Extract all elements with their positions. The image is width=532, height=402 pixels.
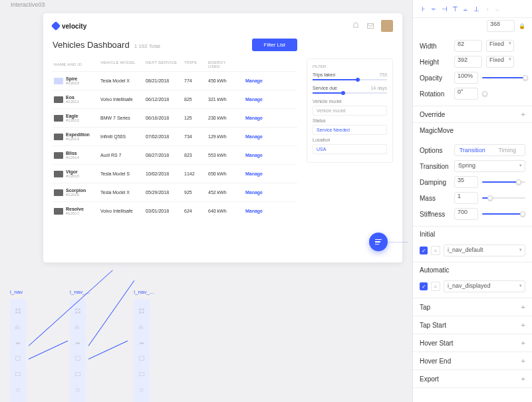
vehicle-thumb	[54, 171, 63, 177]
th-model[interactable]: VEHICLE MODEL	[99, 60, 144, 68]
initial-select[interactable]: i_nav_default	[444, 245, 525, 256]
transition-select[interactable]: Spring	[454, 160, 525, 172]
event-label: Export	[420, 375, 439, 383]
table-row[interactable]: Resolve#12017 Volvo Intellisafe 03/01/20…	[53, 201, 297, 220]
override-section[interactable]: Override +	[413, 106, 532, 123]
th-name[interactable]: NAME AND ID	[53, 60, 99, 68]
table-row[interactable]: Bliss#12014 Audi RS 7 08/27/2018 823 553…	[53, 146, 297, 164]
damping-input[interactable]: 35	[454, 176, 478, 188]
lock-icon[interactable]: 🔒	[519, 23, 525, 29]
mini-nav-state[interactable]	[134, 299, 150, 402]
align-center-v-icon[interactable]: ⫠	[461, 4, 470, 13]
trips-count: 734	[183, 134, 207, 139]
stiffness-slider[interactable]	[482, 213, 525, 215]
align-top-icon[interactable]: ⊤	[450, 4, 460, 13]
filter-status-select[interactable]: Service Needed	[313, 125, 387, 135]
stiffness-input[interactable]: 700	[454, 208, 478, 220]
mail-icon	[74, 371, 81, 377]
plus-icon[interactable]: +	[521, 110, 525, 118]
table-row[interactable]: Scorpion#12016 Tesla Model X 05/29/2018 …	[53, 183, 297, 201]
mini-nav-state[interactable]	[10, 299, 26, 402]
plus-icon[interactable]: +	[521, 357, 525, 365]
align-right-icon[interactable]: ⊣	[440, 4, 449, 13]
automatic-select[interactable]: i_nav_displayed	[444, 280, 525, 292]
manage-link[interactable]: Manage	[245, 78, 263, 83]
table-row[interactable]: Eagle#12012 BMW 7 Series 06/16/2018 125 …	[53, 108, 297, 127]
height-input[interactable]: 392	[454, 56, 482, 68]
filter-location-select[interactable]: USA	[313, 144, 387, 154]
rotation-input[interactable]: 0°	[454, 88, 478, 100]
y-input[interactable]: 368	[487, 20, 515, 32]
mass-slider[interactable]	[482, 197, 525, 199]
automatic-checkbox[interactable]: ✓	[420, 282, 428, 290]
automatic-swatch[interactable]: =	[431, 282, 440, 291]
plus-icon[interactable]: +	[521, 321, 525, 329]
vehicle-name: Scorpion	[66, 188, 86, 193]
settings-icon	[74, 387, 81, 393]
rotation-slider[interactable]	[482, 93, 525, 94]
energy-used: 553 kWh	[207, 153, 239, 157]
option-timing[interactable]: Timing	[490, 145, 525, 155]
damping-slider[interactable]	[482, 181, 525, 183]
canvas[interactable]: Interactive03 velocity Vehicles Dashboar…	[0, 0, 412, 402]
filter-model-input[interactable]: Vehicle model	[313, 106, 387, 116]
magicmove-header: MagicMove	[413, 123, 532, 138]
svg-rect-19	[75, 312, 77, 314]
opacity-input[interactable]: 100%	[454, 72, 478, 84]
mass-input[interactable]: 1	[454, 192, 478, 204]
event-row[interactable]: Export+	[413, 370, 532, 388]
width-input[interactable]: 82	[454, 40, 482, 52]
align-bottom-icon[interactable]: ⊥	[471, 4, 481, 13]
table-row[interactable]: Spire#12010 Tesla Model X 08/21/2018 774…	[53, 71, 297, 90]
event-row[interactable]: Hover Start+	[413, 334, 532, 352]
manage-link[interactable]: Manage	[245, 97, 263, 102]
th-energy[interactable]: ENERGY USED	[207, 60, 239, 68]
plus-icon[interactable]: +	[521, 375, 525, 383]
table-row[interactable]: Expedition#12013 Infiniti Q50S 07/02/201…	[53, 127, 297, 146]
plus-icon[interactable]: +	[521, 303, 525, 311]
mini-nav-state[interactable]	[70, 299, 86, 402]
fab-button[interactable]	[369, 233, 388, 251]
service-slider[interactable]	[313, 92, 387, 94]
mini-nav-states: i_nav i_nav_... i_nav_...	[10, 289, 154, 402]
manage-link[interactable]: Manage	[245, 153, 263, 157]
manage-link[interactable]: Manage	[245, 134, 263, 139]
svg-rect-31	[140, 373, 145, 376]
artboard-dashboard[interactable]: velocity Vehicles Dashboard 1 192 Total …	[43, 13, 402, 262]
event-row[interactable]: Tap+	[413, 298, 532, 316]
table-row[interactable]: Vigor#12015 Tesla Model S 10/02/2018 114…	[53, 164, 297, 183]
align-left-icon[interactable]: ⊦	[418, 4, 428, 13]
manage-link[interactable]: Manage	[245, 116, 263, 120]
filter-list-button[interactable]: Filter List	[252, 39, 297, 51]
trips-slider[interactable]	[313, 79, 387, 80]
width-mode-select[interactable]: Fixed	[486, 40, 514, 52]
height-mode-select[interactable]: Fixed	[486, 56, 514, 68]
svg-rect-14	[16, 356, 21, 360]
opacity-slider[interactable]	[482, 77, 525, 78]
mini-nav-label[interactable]: i_nav_...	[134, 289, 154, 295]
next-service: 06/12/2018	[144, 97, 183, 102]
avatar[interactable]	[381, 20, 393, 32]
th-next[interactable]: NEXT SERVICE	[144, 60, 183, 68]
option-transition[interactable]: Transition	[455, 145, 490, 155]
event-row[interactable]: Tap Start+	[413, 316, 532, 334]
bell-icon[interactable]	[352, 22, 360, 30]
th-trips[interactable]: TRIPS	[183, 60, 207, 68]
mini-nav-label[interactable]: i_nav	[10, 289, 26, 295]
event-row[interactable]: Hover End+	[413, 352, 532, 370]
mail-icon[interactable]	[366, 22, 374, 30]
manage-link[interactable]: Manage	[245, 209, 263, 213]
table-row[interactable]: Eos#12011 Volvo Intellisafe 06/12/2018 8…	[53, 90, 297, 108]
event-label: Tap Start	[420, 322, 446, 329]
vehicle-model: Tesla Model S	[99, 171, 144, 176]
initial-checkbox[interactable]: ✓	[420, 247, 428, 254]
align-center-h-icon[interactable]: ⫟	[429, 4, 438, 13]
vehicle-id: #12017	[66, 211, 84, 215]
main-content: Vehicles Dashboard 1 192 Total Filter Li…	[53, 39, 297, 220]
initial-swatch[interactable]: =	[431, 246, 440, 255]
manage-link[interactable]: Manage	[245, 190, 263, 195]
svg-rect-26	[142, 308, 144, 310]
plus-icon[interactable]: +	[521, 339, 525, 347]
options-segmented[interactable]: Transition Timing	[454, 144, 525, 156]
manage-link[interactable]: Manage	[245, 171, 263, 176]
